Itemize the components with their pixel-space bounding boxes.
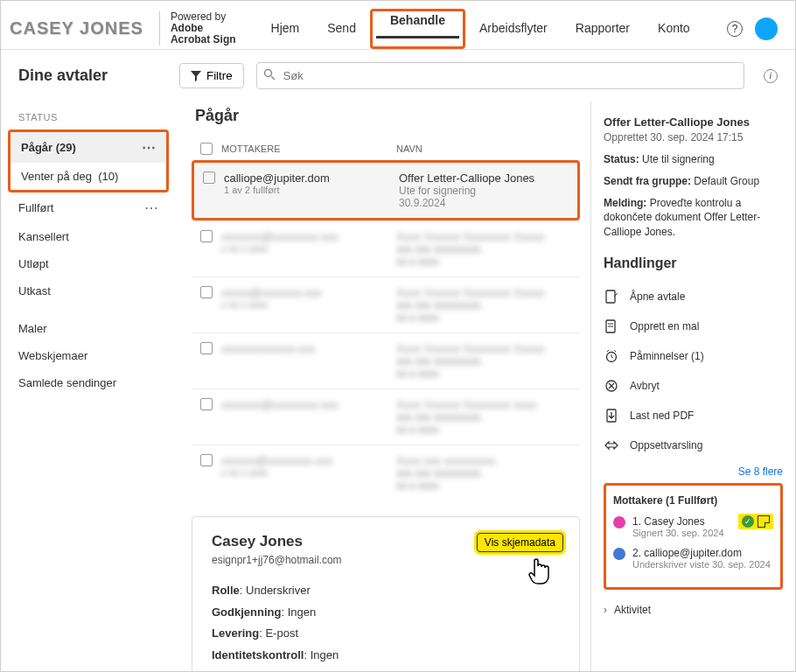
recipient-row[interactable]: 1. Casey Jones Signert 30. sep. 2024 ✓ [613, 515, 773, 538]
table-row[interactable]: xxxxxxx@xxxxxxxx.xxx Xxxx Xxxxxx Xxxxxxx… [192, 388, 580, 444]
more-icon[interactable]: ⋯ [142, 139, 156, 156]
svg-point-0 [264, 70, 271, 77]
table-row[interactable]: xxxxxxx@xxxxxxxx.xxxx xx x xxxx Xxxx Xxx… [192, 220, 580, 276]
sidebar-item-samlede[interactable]: Samlede sendinger [1, 369, 176, 396]
sidebar-item-maler[interactable]: Maler [1, 315, 176, 342]
agreement-name: Offer Letter-Calliope Jones [399, 172, 577, 185]
page-title: Dine avtaler [18, 66, 167, 85]
action-open[interactable]: Åpne avtale [604, 282, 783, 312]
nav-links: Hjem Send Behandle Arbeidsflyter Rapport… [257, 9, 704, 49]
action-template[interactable]: Opprett en mal [604, 312, 783, 341]
recipients-box: Mottakere (1 Fullført) 1. Casey Jones Si… [604, 483, 783, 590]
row-checkbox[interactable] [200, 230, 213, 242]
recipient-dot-icon [613, 516, 625, 528]
row-checkbox[interactable] [200, 286, 213, 298]
agreement-title: Offer Letter-Calliope Jones [604, 116, 783, 129]
col-mottakere[interactable]: MOTTAKERE [221, 144, 396, 154]
info-icon[interactable]: i [764, 69, 778, 83]
table-row[interactable]: xxxxxxxxxxxxx.xxx Xxxx Xxxxxx Xxxxxxxx X… [192, 332, 580, 388]
vis-skjemadata-button[interactable]: Vis skjemadata [477, 533, 563, 552]
row-checkbox[interactable] [200, 454, 213, 466]
download-icon [604, 408, 619, 424]
template-icon [604, 318, 619, 334]
actions-heading: Handlinger [604, 256, 783, 271]
check-icon: ✓ [742, 515, 754, 528]
recipient-row[interactable]: 2. calliope@jupiter.dom Underskriver vis… [613, 547, 773, 570]
col-navn[interactable]: NAVN [396, 144, 580, 154]
main-heading: Pågår [195, 107, 580, 125]
more-icon[interactable]: ⋯ [144, 200, 158, 216]
agreement-status: Ute for signering [399, 185, 577, 197]
detail-card: Casey Jones esignpr1+jj76@hotmail.com Vi… [192, 516, 580, 671]
top-nav: CASEY JONES Powered by Adobe Acrobat Sig… [1, 1, 795, 50]
agreement-created: Opprettet 30. sep. 2024 17:15 [604, 131, 783, 144]
action-download[interactable]: Last ned PDF [604, 401, 783, 430]
row-checkbox[interactable] [200, 342, 213, 354]
table-row[interactable]: calliope@jupiter.dom 1 av 2 fullført Off… [192, 160, 580, 220]
main-content: Pågår MOTTAKERE NAVN calliope@jupiter.do… [176, 102, 590, 671]
row-checkbox[interactable] [203, 172, 215, 184]
nav-konto[interactable]: Konto [644, 9, 704, 49]
brand-logo: CASEY JONES [10, 18, 143, 38]
list-header: MOTTAKERE NAVN [192, 137, 580, 160]
sidebar: STATUS Pågår (29) ⋯ Venter på deg (10) F… [1, 102, 176, 671]
search-icon [263, 68, 276, 80]
sidebar-item-utlopt[interactable]: Utløpt [1, 250, 176, 277]
recipient-sub: 1 av 2 fullført [224, 185, 399, 195]
sidebar-status-label: STATUS [1, 105, 176, 130]
action-reminders[interactable]: Påminnelser (1) [604, 341, 783, 371]
sidebar-item-fullfort[interactable]: Fullført ⋯ [1, 192, 176, 223]
sidebar-item-webskjema[interactable]: Webskjemaer [1, 342, 176, 369]
nav-arbeidsflyter[interactable]: Arbeidsflyter [465, 9, 562, 49]
nav-hjem[interactable]: Hjem [257, 9, 314, 49]
help-icon[interactable]: ? [727, 21, 743, 37]
powered-by: Powered by Adobe Acrobat Sign [159, 11, 236, 46]
nav-behandle[interactable]: Behandle [376, 4, 459, 38]
chevron-right-icon: › [604, 604, 607, 616]
sidebar-item-utkast[interactable]: Utkast [1, 277, 176, 304]
filter-button[interactable]: Filtre [179, 63, 244, 88]
action-cancel[interactable]: Avbryt [604, 371, 783, 401]
open-icon [604, 289, 619, 304]
select-all-checkbox[interactable] [200, 143, 213, 155]
toolbar: Dine avtaler Filtre i [1, 50, 795, 102]
clock-icon [604, 348, 619, 364]
layout-alert-icon [604, 438, 619, 453]
svg-line-1 [271, 76, 275, 80]
nav-highlight-behandle: Behandle [370, 9, 465, 49]
detail-email: esignpr1+jj76@hotmail.com [212, 554, 560, 566]
recipient-email: calliope@jupiter.dom [224, 172, 399, 185]
svg-rect-2 [606, 290, 615, 303]
sidebar-highlight: Pågår (29) ⋯ Venter på deg (10) [8, 130, 169, 192]
sidebar-item-kansellert[interactable]: Kansellert [1, 223, 176, 250]
table-row[interactable]: xxxxxx@xxxxxxxx.xxxx xx x xxxx Xxxx xxx … [192, 444, 580, 500]
table-row[interactable]: xxxxx@xxxxxxx.xxxx xx x xxxx Xxxx Xxxxxx… [192, 276, 580, 332]
nav-rapporter[interactable]: Rapporter [562, 9, 644, 49]
agreement-date: 30.9.2024 [399, 197, 577, 209]
recipient-dot-icon [613, 548, 625, 560]
right-panel: Offer Letter-Calliope Jones Opprettet 30… [590, 102, 795, 671]
sidebar-item-venter[interactable]: Venter på deg (10) [10, 163, 166, 190]
avatar[interactable] [755, 18, 778, 40]
filter-icon [191, 71, 201, 81]
action-layout[interactable]: Oppsettvarsling [604, 430, 783, 460]
search-input[interactable] [256, 62, 744, 89]
activity-toggle[interactable]: › Aktivitet [604, 604, 783, 616]
cancel-icon [604, 378, 619, 394]
nav-send[interactable]: Send [313, 9, 370, 49]
row-checkbox[interactable] [200, 398, 213, 410]
see-more-link[interactable]: Se 8 flere [604, 460, 783, 483]
note-icon [758, 515, 770, 528]
recipients-heading: Mottakere (1 Fullført) [613, 494, 773, 507]
status-icons: ✓ [738, 514, 773, 529]
sidebar-item-pagar[interactable]: Pågår (29) ⋯ [10, 132, 166, 163]
